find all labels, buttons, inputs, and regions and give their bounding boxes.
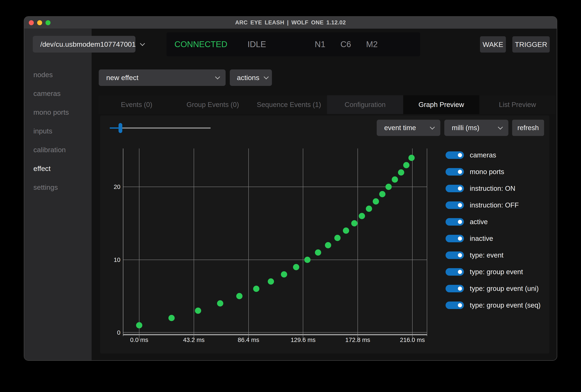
wake-button[interactable]: WAKE	[480, 36, 506, 52]
toggle-type-event[interactable]	[446, 251, 464, 259]
data-point	[304, 257, 310, 263]
chevron-down-icon	[430, 124, 435, 129]
x-tick-label: 216.0 ms	[396, 336, 429, 344]
toggle-knob	[458, 203, 462, 207]
refresh-button[interactable]: refresh	[512, 120, 544, 136]
serial-port-select[interactable]: /dev/cu.usbmodem107747001	[33, 36, 136, 52]
tab-sequence-events-1[interactable]: Sequence Events (1)	[251, 95, 327, 114]
tab-graph-preview[interactable]: Graph Preview	[403, 95, 479, 114]
data-point	[359, 213, 365, 219]
data-point	[281, 271, 287, 278]
legend-label: active	[470, 218, 488, 226]
x-tick-label: 129.6 ms	[286, 336, 320, 344]
data-point	[168, 315, 175, 321]
status-panel: CONNECTED IDLE N1C6M2	[166, 32, 420, 56]
unit-select[interactable]: milli (ms)	[444, 120, 508, 136]
data-point	[403, 162, 410, 168]
close-window-button[interactable]	[29, 20, 34, 25]
status-counter-m2: M2	[366, 40, 378, 49]
data-point	[334, 235, 340, 241]
unit-select-value: milli (ms)	[452, 124, 479, 132]
data-point	[398, 169, 404, 176]
sidebar-item-inputs[interactable]: inputs	[24, 122, 92, 140]
tab-group-events-0[interactable]: Group Events (0)	[175, 95, 251, 114]
toggle-cameras[interactable]	[446, 151, 464, 159]
tab-events-0[interactable]: Events (0)	[98, 95, 175, 114]
sidebar-item-mono-ports[interactable]: mono ports	[24, 103, 92, 122]
tab-configuration[interactable]: Configuration	[327, 95, 403, 114]
window-title: ARC EYE LEASH | WOLF ONE 1.12.02	[235, 19, 346, 26]
trigger-button[interactable]: TRIGGER	[512, 36, 550, 52]
toggle-type-group-event-seq[interactable]	[446, 302, 464, 309]
chevron-down-icon	[498, 124, 503, 129]
y-tick-label: 0	[103, 328, 120, 337]
title-bar: ARC EYE LEASH | WOLF ONE 1.12.02	[24, 17, 557, 29]
effect-select[interactable]: new effect	[99, 69, 226, 86]
status-counter-c6: C6	[340, 40, 351, 49]
gridline-x	[303, 148, 303, 341]
data-point	[195, 308, 201, 314]
sidebar-item-nodes[interactable]: nodes	[24, 65, 92, 84]
app-window: ARC EYE LEASH | WOLF ONE 1.12.02 nodesca…	[24, 16, 557, 361]
effect-select-value: new effect	[106, 74, 138, 82]
toggle-knob	[458, 170, 462, 174]
toggle-type-group-event-uni[interactable]	[446, 285, 464, 292]
connection-status: CONNECTED	[174, 32, 227, 56]
gridline-x	[139, 148, 140, 341]
scatter-plot: 0.0 ms43.2 ms86.4 ms129.6 ms172.8 ms216.…	[123, 148, 427, 336]
slider-thumb[interactable]	[118, 123, 122, 133]
legend-label: type: group event (seq)	[470, 301, 540, 309]
legend-row-type-event: type: event	[446, 251, 540, 259]
sidebar-item-cameras[interactable]: cameras	[24, 84, 92, 103]
data-point	[217, 300, 223, 307]
toggle-inactive[interactable]	[446, 235, 464, 242]
data-point	[392, 176, 398, 183]
data-point	[386, 184, 392, 190]
y-tick-label: 10	[103, 256, 120, 264]
toggle-mono-ports[interactable]	[446, 168, 464, 176]
toggle-type-group-event[interactable]	[446, 268, 464, 276]
toggle-instruction-off[interactable]	[446, 201, 464, 209]
sidebar-item-effect[interactable]: effect	[24, 159, 92, 178]
data-point	[136, 322, 142, 328]
sidebar-item-settings[interactable]: settings	[24, 178, 92, 197]
data-point	[325, 242, 331, 248]
x-axis-baseline	[123, 334, 427, 335]
gridline-x	[248, 148, 249, 341]
sidebar-item-calibration[interactable]: calibration	[24, 140, 92, 159]
toggle-active[interactable]	[446, 218, 464, 226]
legend-row-mono-ports: mono ports	[446, 168, 540, 176]
x-tick-label: 0.0 ms	[122, 336, 156, 344]
data-point	[268, 278, 274, 285]
x-tick-label: 172.8 ms	[341, 336, 374, 344]
chevron-down-icon	[215, 74, 220, 79]
toggle-knob	[458, 270, 462, 274]
x-tick-label: 86.4 ms	[232, 336, 265, 344]
data-point	[253, 286, 260, 292]
legend-label: mono ports	[470, 168, 504, 176]
zoom-window-button[interactable]	[46, 20, 50, 25]
toggle-knob	[458, 153, 462, 157]
legend-row-instruction-on: instruction: ON	[446, 185, 540, 192]
desktop-background: ARC EYE LEASH | WOLF ONE 1.12.02 nodesca…	[0, 0, 581, 392]
slider-track[interactable]	[110, 127, 210, 129]
legend-label: instruction: OFF	[470, 201, 519, 209]
mode-status: IDLE	[248, 32, 266, 56]
actions-select[interactable]: actions	[230, 69, 272, 86]
x-axis-mode-select[interactable]: event time	[377, 120, 440, 136]
x-axis-line	[123, 332, 427, 333]
minimize-window-button[interactable]	[37, 20, 42, 25]
legend-row-type-group-event-uni: type: group event (uni)	[446, 285, 540, 292]
data-point	[408, 155, 415, 161]
chevron-down-icon	[140, 41, 145, 46]
legend-label: cameras	[470, 151, 496, 159]
legend-label: type: group event	[470, 268, 523, 276]
chevron-down-icon	[264, 74, 268, 79]
serial-port-value: /dev/cu.usbmodem107747001	[40, 40, 136, 48]
zoom-slider[interactable]	[110, 122, 210, 134]
data-point	[343, 228, 349, 234]
gridline-x	[412, 148, 412, 341]
tab-list-preview[interactable]: List Preview	[479, 95, 556, 114]
legend-label: type: group event (uni)	[470, 285, 539, 293]
toggle-instruction-on[interactable]	[446, 185, 464, 192]
